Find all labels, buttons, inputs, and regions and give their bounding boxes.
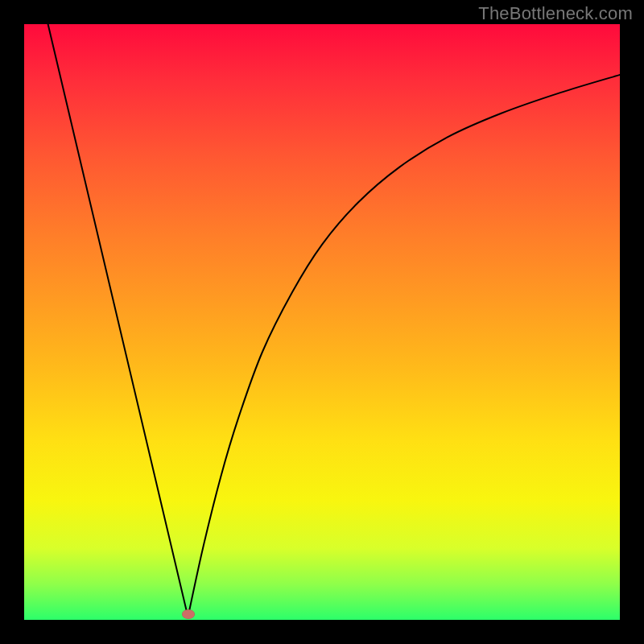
bottleneck-curve xyxy=(24,24,620,620)
optimum-marker xyxy=(182,609,195,619)
chart-frame: TheBottleneck.com xyxy=(0,0,644,644)
plot-area xyxy=(24,24,620,620)
watermark-text: TheBottleneck.com xyxy=(478,3,633,24)
